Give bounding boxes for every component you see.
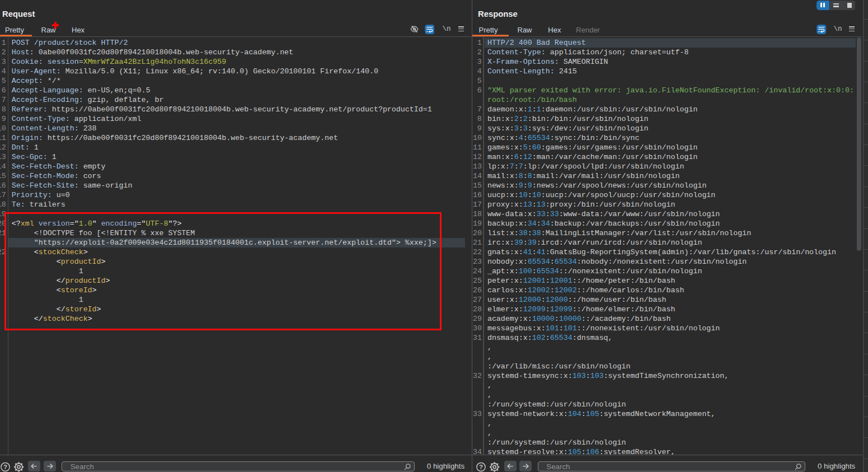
svg-text:?: ? <box>479 464 483 470</box>
svg-text:?: ? <box>3 464 7 470</box>
